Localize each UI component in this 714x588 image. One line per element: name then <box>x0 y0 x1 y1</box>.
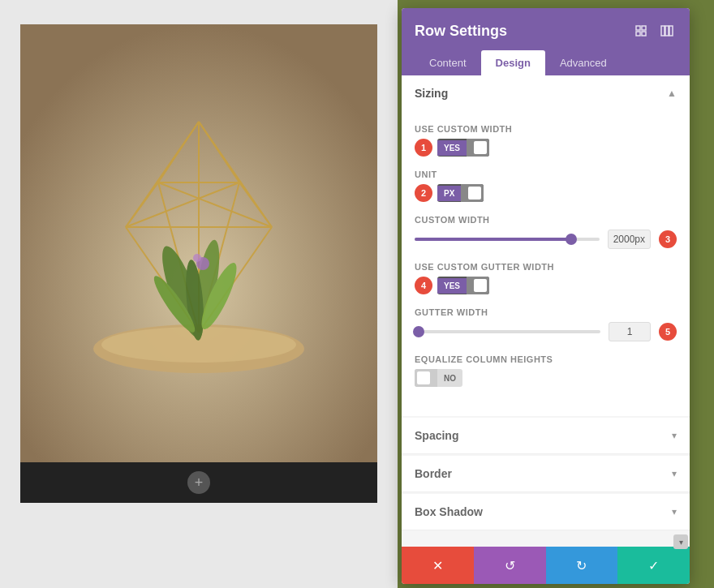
unit-label: Unit <box>415 170 677 179</box>
sizing-section-title: Sizing <box>415 87 448 100</box>
border-section: Border ▾ <box>402 456 690 492</box>
add-button-bottom[interactable]: + <box>187 471 210 494</box>
use-custom-width-yes-label: YES <box>437 140 467 156</box>
custom-width-slider-thumb[interactable] <box>566 234 577 245</box>
unit-toggle[interactable]: PX <box>437 184 484 202</box>
spacing-section-header[interactable]: Spacing ▾ <box>402 418 690 454</box>
equalize-columns-switch[interactable] <box>415 369 437 387</box>
badge-2: 2 <box>415 184 432 202</box>
panel-header-icons <box>631 21 677 41</box>
panel-body: Sizing ▲ Use Custom Width 1 YES <box>402 75 690 547</box>
redo-icon: ↻ <box>576 558 587 573</box>
gutter-width-slider-thumb[interactable] <box>413 326 424 337</box>
box-shadow-section-title: Box Shadow <box>415 505 483 518</box>
cancel-icon: ✕ <box>432 558 443 573</box>
sizing-section: Sizing ▲ Use Custom Width 1 YES <box>402 75 690 416</box>
use-custom-gutter-toggle-row: 4 YES <box>415 277 677 294</box>
gutter-width-value[interactable]: 1 <box>609 322 651 341</box>
sizing-section-header[interactable]: Sizing ▲ <box>402 75 690 111</box>
use-custom-gutter-toggle[interactable]: YES <box>437 277 489 294</box>
badge-4: 4 <box>415 277 432 294</box>
custom-width-slider-fill <box>415 238 571 241</box>
tab-advanced[interactable]: Advanced <box>545 50 622 75</box>
tab-design[interactable]: Design <box>481 50 545 75</box>
custom-width-value[interactable]: 2000px <box>608 230 651 249</box>
row-settings-panel: Row Settings <box>402 8 690 584</box>
badge-5: 5 <box>659 323 677 341</box>
use-custom-gutter-yes-label: YES <box>437 278 467 294</box>
svg-rect-26 <box>642 26 646 30</box>
image-container: + <box>20 24 377 503</box>
use-custom-width-label: Use Custom Width <box>415 124 677 134</box>
redo-button[interactable]: ↻ <box>546 547 618 584</box>
canvas-area: + <box>0 0 398 588</box>
use-custom-width-toggle-row: 1 YES <box>415 139 677 157</box>
canvas-bottom-bar: + <box>20 462 377 503</box>
use-custom-gutter-label: Use Custom Gutter Width <box>415 262 677 272</box>
confirm-icon: ✓ <box>648 558 659 573</box>
sizing-section-body: Use Custom Width 1 YES Unit 2 <box>402 111 690 416</box>
use-custom-width-field: Use Custom Width 1 YES <box>415 124 677 157</box>
equalize-columns-label: Equalize Column Heights <box>415 354 677 364</box>
gutter-width-field: Gutter Width 1 5 <box>415 307 677 341</box>
svg-rect-28 <box>642 32 646 36</box>
box-shadow-section: Box Shadow ▾ <box>402 494 690 530</box>
badge-1: 1 <box>415 139 432 157</box>
unit-field: Unit 2 PX <box>415 170 677 202</box>
canvas-image <box>20 24 377 462</box>
use-custom-gutter-switch[interactable] <box>467 277 489 294</box>
svg-point-24 <box>193 254 201 262</box>
svg-rect-27 <box>636 32 640 36</box>
use-custom-width-switch[interactable] <box>467 139 489 157</box>
svg-rect-31 <box>669 26 673 36</box>
panel-tabs: Content Design Advanced <box>415 50 677 75</box>
border-chevron-icon: ▾ <box>672 468 677 479</box>
panel-footer: ✕ ↺ ↻ ✓ <box>402 547 690 584</box>
confirm-button[interactable]: ✓ <box>617 547 690 584</box>
columns-icon[interactable] <box>657 21 677 41</box>
equalize-columns-no-label: NO <box>437 371 462 386</box>
svg-rect-25 <box>636 26 640 30</box>
equalize-columns-toggle[interactable]: NO <box>415 369 462 387</box>
gutter-width-slider-track[interactable] <box>415 330 600 333</box>
spacing-section: Spacing ▾ <box>402 418 690 454</box>
border-section-header[interactable]: Border ▾ <box>402 456 690 492</box>
unit-toggle-row: 2 PX <box>415 184 677 202</box>
spacing-section-title: Spacing <box>415 429 458 442</box>
unit-px-label: PX <box>437 186 461 201</box>
use-custom-gutter-field: Use Custom Gutter Width 4 YES <box>415 262 677 294</box>
scroll-arrow[interactable]: ▾ <box>673 534 688 549</box>
box-shadow-section-header[interactable]: Box Shadow ▾ <box>402 494 690 530</box>
spacing-chevron-icon: ▾ <box>672 430 677 441</box>
gutter-width-label: Gutter Width <box>415 307 677 317</box>
unit-switch[interactable] <box>461 184 484 202</box>
svg-rect-30 <box>665 26 669 36</box>
custom-width-slider-track[interactable] <box>415 238 600 241</box>
custom-width-slider-row: 2000px 3 <box>415 230 677 249</box>
use-custom-width-toggle[interactable]: YES <box>437 139 489 157</box>
svg-rect-29 <box>661 26 665 36</box>
badge-3: 3 <box>659 230 677 248</box>
sizing-chevron-icon: ▲ <box>667 88 677 99</box>
cancel-button[interactable]: ✕ <box>402 547 474 584</box>
undo-icon: ↺ <box>505 558 515 573</box>
undo-button[interactable]: ↺ <box>474 547 546 584</box>
panel-header: Row Settings <box>402 8 690 75</box>
panel-title: Row Settings <box>415 23 507 40</box>
panel-title-row: Row Settings <box>415 21 677 41</box>
tab-content[interactable]: Content <box>415 50 481 75</box>
border-section-title: Border <box>415 467 452 480</box>
equalize-columns-field: Equalize Column Heights NO <box>415 354 677 390</box>
custom-width-label: Custom Width <box>415 215 677 225</box>
expand-icon[interactable] <box>631 21 651 41</box>
gutter-width-slider-row: 1 5 <box>415 322 677 341</box>
box-shadow-chevron-icon: ▾ <box>672 506 677 517</box>
custom-width-field: Custom Width 2000px 3 <box>415 215 677 249</box>
